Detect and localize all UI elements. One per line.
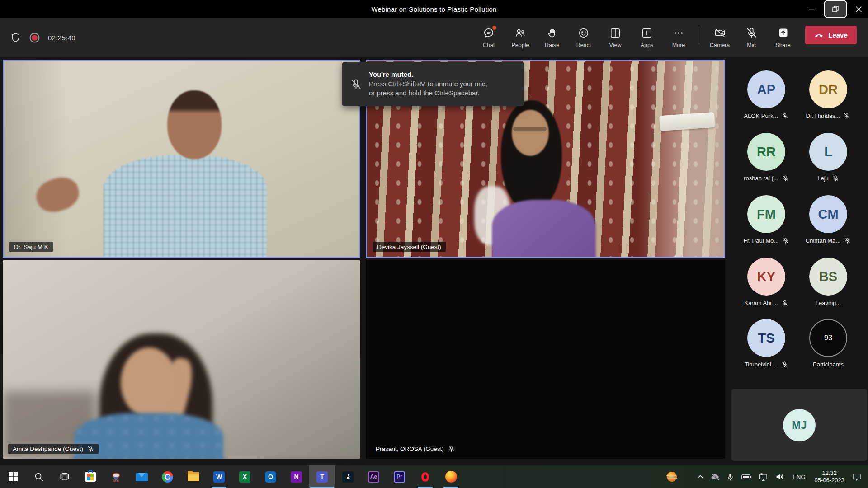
meeting-toolbar: 02:25:40 Chat People Raise React xyxy=(0,18,868,57)
more-dots-icon xyxy=(673,27,684,39)
network-icon[interactable] xyxy=(755,465,772,488)
participants-count[interactable]: 93 Participants xyxy=(797,319,860,368)
camera-button[interactable]: Camera xyxy=(704,20,736,55)
kindle-icon xyxy=(342,471,354,483)
muted-mic-icon xyxy=(782,300,788,306)
participant-paul[interactable]: FM Fr. Paul Mo... xyxy=(735,195,798,244)
avatar: AP xyxy=(747,70,785,108)
volume-icon[interactable] xyxy=(772,465,788,488)
view-button[interactable]: View xyxy=(599,20,631,55)
taskbar-icon-mail[interactable] xyxy=(129,465,155,488)
participant-roshan[interactable]: RR roshan rai (... xyxy=(735,133,798,182)
word-icon: W xyxy=(213,471,225,483)
participant-chintan[interactable]: CM Chintan Ma... xyxy=(797,195,860,244)
avatar: L xyxy=(809,133,847,171)
participant-name-label: Prasant, OROSA (Guest) xyxy=(371,444,459,454)
leave-button[interactable]: Leave xyxy=(805,26,857,44)
minimize-icon xyxy=(808,6,815,12)
participant-leju[interactable]: L Leju xyxy=(797,133,860,182)
taskbar-icon-firefox[interactable] xyxy=(438,465,464,488)
muted-mic-icon xyxy=(782,237,789,244)
taskbar-icon-after-effects[interactable]: Ae xyxy=(361,465,387,488)
taskbar-icon-kindle[interactable] xyxy=(335,465,361,488)
video-tile-dr-saju[interactable]: Dr. Saju M K xyxy=(3,60,360,258)
taskbar-icon-search[interactable] xyxy=(26,465,52,488)
apps-icon xyxy=(641,27,653,39)
avatar: DR xyxy=(809,70,847,108)
taskbar-icon-onenote[interactable]: N xyxy=(283,465,309,488)
participant-karam[interactable]: KY Karam Abi ... xyxy=(735,258,798,306)
taskbar-icon-opera[interactable] xyxy=(412,465,438,488)
language-indicator[interactable]: ENG xyxy=(788,465,810,488)
tray-chevron-icon[interactable] xyxy=(693,465,707,488)
share-button[interactable]: Share xyxy=(767,20,799,55)
avatar: CM xyxy=(809,195,847,233)
avatar: TS xyxy=(747,319,785,357)
clock-date: 05-06-2023 xyxy=(815,477,845,484)
raise-hand-icon xyxy=(546,27,558,39)
tile-art xyxy=(104,155,267,258)
video-tile-prasant[interactable]: Prasant, OROSA (Guest) xyxy=(366,260,725,459)
restore-icon xyxy=(832,5,839,13)
tray-mic-icon[interactable] xyxy=(723,465,738,488)
taskbar-icon-store[interactable] xyxy=(77,465,103,488)
taskbar-icon-file-explorer[interactable] xyxy=(180,465,206,488)
taskbar-icon-task-view[interactable] xyxy=(52,465,77,488)
clock-time: 12:32 xyxy=(815,469,845,477)
onedrive-offline-icon[interactable] xyxy=(707,465,723,488)
taskbar-icon-teams[interactable]: T xyxy=(309,465,335,488)
tile-art xyxy=(638,61,724,257)
tile-art xyxy=(4,61,68,257)
taskbar-icon-word[interactable]: W xyxy=(206,465,232,488)
people-button[interactable]: People xyxy=(505,20,536,55)
apps-button[interactable]: Apps xyxy=(631,20,663,55)
taskbar-icon-snipping-tool[interactable] xyxy=(103,465,129,488)
muted-toast[interactable]: You're muted. Press Ctrl+Shift+M to unmu… xyxy=(342,62,524,106)
self-view-tile[interactable]: MJ xyxy=(731,389,867,461)
muted-mic-icon xyxy=(782,113,788,119)
chat-button[interactable]: Chat xyxy=(473,20,505,55)
raise-hand-button[interactable]: Raise xyxy=(536,20,568,55)
microsoft-store-icon xyxy=(85,472,96,482)
chat-icon xyxy=(483,27,495,39)
search-icon xyxy=(34,472,44,482)
participant-haridas[interactable]: DR Dr. Haridas... xyxy=(797,70,860,119)
taskbar-icon-chrome[interactable] xyxy=(155,465,180,488)
taskbar-icon-excel[interactable]: X xyxy=(232,465,258,488)
participant-name-label: Devika Jayssell (Guest) xyxy=(373,242,446,252)
tile-art xyxy=(167,90,222,159)
action-center-icon[interactable] xyxy=(849,465,868,488)
taskbar-icon-outlook[interactable]: O xyxy=(258,465,283,488)
outlook-icon: O xyxy=(265,471,276,483)
mic-button[interactable]: Mic xyxy=(736,20,767,55)
muted-mic-icon xyxy=(844,113,850,119)
restore-button[interactable] xyxy=(824,0,847,18)
participant-alok[interactable]: AP ALOK Purk... xyxy=(735,70,798,119)
weather-widget-icon[interactable] xyxy=(662,465,682,488)
participant-tirunelvlei[interactable]: TS Tirunelvlei ... xyxy=(735,319,798,368)
video-tile-amita[interactable]: Amita Deshpande (Guest) xyxy=(3,260,360,459)
minimize-button[interactable] xyxy=(801,0,822,18)
excel-icon: X xyxy=(239,471,250,483)
react-button[interactable]: React xyxy=(568,20,599,55)
participant-name-label: Dr. Saju M K xyxy=(9,242,53,252)
muted-mic-icon xyxy=(87,446,94,452)
taskbar-icon-premiere-pro[interactable]: Pr xyxy=(387,465,412,488)
muted-mic-icon xyxy=(832,175,839,182)
share-icon xyxy=(777,27,789,39)
taskbar-clock[interactable]: 12:32 05-06-2023 xyxy=(810,469,849,484)
avatar: KY xyxy=(747,258,785,296)
teams-icon: T xyxy=(316,471,328,483)
taskbar: W X O N T Ae Pr xyxy=(0,465,868,488)
more-button[interactable]: More xyxy=(663,20,694,55)
onenote-icon: N xyxy=(291,471,302,483)
toolbar-divider xyxy=(699,26,699,44)
battery-icon[interactable] xyxy=(738,465,755,488)
tile-art xyxy=(512,110,549,156)
toast-title: You're muted. xyxy=(369,70,487,78)
close-button[interactable] xyxy=(849,0,868,18)
start-button[interactable] xyxy=(0,465,26,488)
participant-leaving[interactable]: BS Leaving... xyxy=(797,258,860,306)
snipping-tool-icon xyxy=(111,471,122,482)
mic-off-icon xyxy=(745,27,758,39)
